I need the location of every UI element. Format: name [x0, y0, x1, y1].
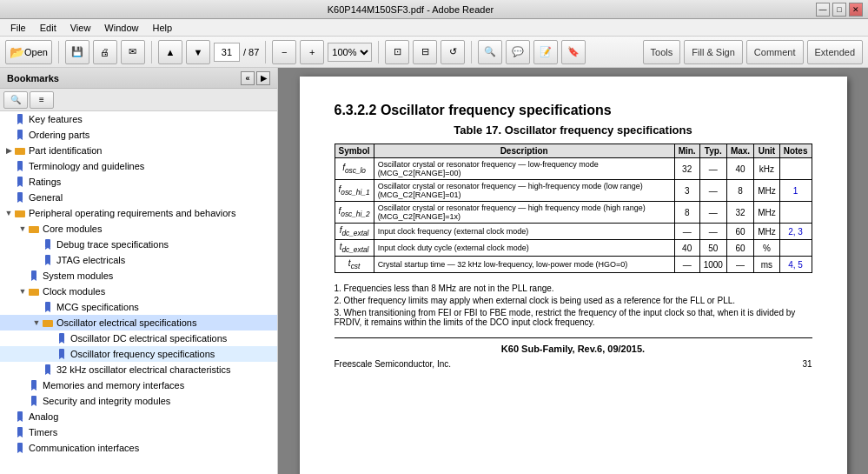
cell-typ: 50: [699, 240, 726, 257]
cell-description: Input clock frequency (external clock mo…: [374, 224, 674, 240]
sidebar-item-timers[interactable]: Timers: [0, 424, 277, 440]
cell-min: 40: [674, 240, 699, 257]
toolbar-separator-3: [265, 41, 266, 63]
zoom-select[interactable]: 100% 75% 150%: [328, 43, 372, 62]
sidebar-item-clock-modules[interactable]: ▼Clock modules: [0, 284, 277, 299]
sidebar-item-key-features[interactable]: Key features: [0, 111, 277, 127]
sidebar-content[interactable]: Key featuresOrdering parts▶Part identifi…: [0, 111, 277, 474]
sidebar-item-peripheral-op[interactable]: ▼Peripheral operating requirements and b…: [0, 205, 277, 221]
sidebar-item-32khz-osc[interactable]: 32 kHz oscillator electrical characteris…: [0, 362, 277, 377]
sidebar-item-analog[interactable]: Analog: [0, 409, 277, 424]
cell-max: —: [726, 257, 753, 273]
cell-symbol: fosc_hi_1: [335, 180, 374, 202]
sidebar-item-ratings[interactable]: Ratings: [0, 174, 277, 190]
fit-width-button[interactable]: ⊟: [413, 40, 437, 64]
zoom-in-button[interactable]: +: [300, 40, 324, 64]
sidebar-collapse-button[interactable]: «: [241, 71, 255, 85]
rotate-button[interactable]: ↺: [441, 40, 465, 64]
tree-item-label: 32 kHz oscillator electrical characteris…: [56, 364, 231, 375]
menu-help[interactable]: Help: [145, 21, 179, 35]
menu-file[interactable]: File: [3, 21, 33, 35]
comment-button[interactable]: Comment: [746, 40, 804, 64]
sidebar-item-ordering-parts[interactable]: Ordering parts: [0, 127, 277, 143]
fill-sign-button[interactable]: Fill & Sign: [684, 40, 743, 64]
sidebar-item-terminology[interactable]: Terminology and guidelines: [0, 158, 277, 174]
folder-icon: [28, 223, 40, 235]
close-button[interactable]: ✕: [849, 3, 863, 17]
sidebar-item-part-identification[interactable]: ▶Part identification: [0, 143, 277, 158]
cell-description: Input clock duty cycle (external clock m…: [374, 240, 674, 257]
col-symbol: Symbol: [335, 144, 374, 158]
expander-icon: ▶: [3, 145, 14, 156]
bookmark-icon: [14, 113, 26, 125]
fit-page-button[interactable]: ⊡: [385, 40, 409, 64]
sidebar-item-jtag[interactable]: JTAG electricals: [0, 252, 277, 268]
sidebar-options-button[interactable]: ▶: [256, 71, 270, 85]
minimize-button[interactable]: —: [816, 3, 830, 17]
page-number: 31: [802, 359, 812, 369]
cell-min: 3: [674, 180, 699, 202]
print-button[interactable]: 🖨: [93, 40, 117, 64]
cell-min: 8: [674, 202, 699, 224]
bookmark-icon: [42, 364, 54, 376]
sidebar-search-button[interactable]: 🔍: [3, 91, 28, 109]
sidebar-item-general[interactable]: General: [0, 190, 277, 205]
section-title: 6.3.2.2 Oscillator frequency specificati…: [335, 103, 812, 118]
bookmark-icon: [14, 176, 26, 188]
sidebar-options-btn[interactable]: ≡: [30, 91, 54, 109]
extended-button[interactable]: Extended: [807, 40, 863, 64]
tree-item-label: Peripheral operating requirements and be…: [29, 208, 235, 218]
sidebar-item-comm-ifaces[interactable]: Communication interfaces: [0, 440, 277, 456]
zoom-in-icon: +: [309, 47, 315, 57]
sidebar-header: Bookmarks « ▶: [0, 68, 277, 89]
expander-icon: ▼: [31, 317, 42, 328]
cell-notes: [779, 158, 812, 180]
tools-button[interactable]: Tools: [643, 40, 681, 64]
stamp-button[interactable]: 🔖: [561, 40, 586, 64]
cell-min: —: [674, 224, 699, 240]
prev-page-button[interactable]: ▲: [158, 40, 182, 64]
menu-view[interactable]: View: [63, 21, 98, 35]
sidebar-item-system-modules[interactable]: System modules: [0, 268, 277, 284]
page-number-input[interactable]: [214, 43, 240, 62]
col-notes: Notes: [779, 144, 812, 158]
cell-description: Oscillator crystal or resonator frequenc…: [374, 158, 674, 180]
sidebar-item-osc-elec-spec[interactable]: ▼Oscillator electrical specifications: [0, 315, 277, 330]
footnote-1: 1. Frequencies less than 8 MHz are not i…: [335, 284, 812, 293]
email-button[interactable]: ✉: [121, 40, 145, 64]
cell-symbol: fosc_hi_2: [335, 202, 374, 224]
sidebar-item-security[interactable]: Security and integrity modules: [0, 393, 277, 409]
content-area[interactable]: 6.3.2.2 Oscillator frequency specificati…: [278, 68, 868, 474]
open-button[interactable]: 📂 Open: [5, 40, 52, 64]
cell-max: 32: [726, 202, 753, 224]
sidebar-item-osc-freq-spec[interactable]: Oscillator frequency specifications: [0, 346, 277, 362]
menu-edit[interactable]: Edit: [33, 21, 63, 35]
open-icon: 📂: [10, 45, 24, 59]
maximize-button[interactable]: □: [832, 3, 846, 17]
comment-callout-button[interactable]: 💬: [506, 40, 530, 64]
next-page-button[interactable]: ▼: [186, 40, 210, 64]
expander-icon: ▼: [17, 224, 28, 234]
cell-unit: %: [754, 240, 780, 257]
sidebar-item-mcg-spec[interactable]: MCG specifications: [0, 299, 277, 315]
sidebar-toolbar: 🔍 ≡: [0, 89, 277, 111]
expander-icon: [31, 302, 42, 312]
window-title: K60P144M150SF3.pdf - Adobe Reader: [5, 4, 816, 15]
menu-window[interactable]: Window: [97, 21, 145, 35]
sidebar-item-memories[interactable]: Memories and memory interfaces: [0, 377, 277, 393]
markup-button[interactable]: 📝: [533, 40, 558, 64]
sidebar-item-osc-dc-elec[interactable]: Oscillator DC electrical specifications: [0, 330, 277, 346]
sidebar-item-debug-trace[interactable]: Debug trace specifications: [0, 237, 277, 252]
bookmark-icon: [14, 129, 26, 141]
zoom-out-button[interactable]: −: [272, 40, 296, 64]
table-title: Table 17. Oscillator frequency specifica…: [335, 124, 812, 137]
bookmark-icon: [42, 254, 54, 266]
tree-item-label: Analog: [29, 411, 58, 422]
bookmark-icon: [14, 426, 26, 438]
cell-notes: 4, 5: [779, 257, 812, 273]
save-button[interactable]: 💾: [65, 40, 89, 64]
bookmark-icon: [14, 160, 26, 172]
sidebar-item-core-modules[interactable]: ▼Core modules: [0, 221, 277, 237]
find-button[interactable]: 🔍: [478, 40, 502, 64]
cell-unit: MHz: [754, 180, 780, 202]
